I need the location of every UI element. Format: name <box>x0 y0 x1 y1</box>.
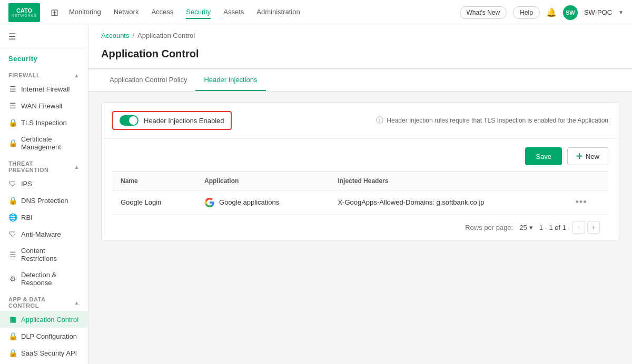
application-control-icon: ▦ <box>8 315 17 323</box>
row-menu-icon[interactable]: ••• <box>576 197 587 207</box>
sidebar-item-certificate-management[interactable]: 🔒 Certificate Management <box>0 131 88 155</box>
main-panel: Header Injections Enabled ⓘ Header Injec… <box>101 102 619 240</box>
saas-icon: 🔒 <box>8 349 17 357</box>
toggle-row: Header Injections Enabled ⓘ Header Injec… <box>102 103 619 139</box>
breadcrumb-accounts[interactable]: Accounts <box>101 32 129 39</box>
sidebar-item-saas-security-api[interactable]: 🔒 SaaS Security API <box>0 345 88 361</box>
nav-security[interactable]: Security <box>186 6 211 19</box>
cell-application: Google applications <box>196 190 329 215</box>
data-table: Name Application Injected Headers Google… <box>112 171 608 215</box>
nav-access[interactable]: Access <box>151 6 173 19</box>
cell-injected-headers: X-GoogApps-Allowed-Domains: g.softbank.c… <box>329 190 567 215</box>
logo: CATO NETWORKS <box>8 3 40 22</box>
chevron-down-icon[interactable]: ▼ <box>618 9 624 15</box>
user-name[interactable]: SW-POC <box>584 8 612 16</box>
hamburger-icon[interactable]: ☰ <box>0 25 88 48</box>
internet-firewall-icon: ☰ <box>8 85 17 93</box>
bell-icon[interactable]: 🔔 <box>546 7 557 17</box>
chevron-firewall[interactable]: ▲ <box>74 73 80 78</box>
sidebar-item-rbi[interactable]: 🌐 RBI <box>0 209 88 226</box>
chevron-app-data[interactable]: ▲ <box>74 300 80 306</box>
dns-icon: 🔒 <box>8 196 17 205</box>
cert-icon: 🔒 <box>8 139 17 147</box>
avatar[interactable]: SW <box>563 5 578 20</box>
new-label: New <box>586 153 599 160</box>
toggle-container: Header Injections Enabled <box>112 111 232 130</box>
table-body: Google Login Google applicat <box>112 190 608 215</box>
sidebar-item-content-restrictions[interactable]: ☰ Content Restrictions <box>0 242 88 267</box>
prev-page-button[interactable]: ‹ <box>572 221 585 234</box>
new-button[interactable]: ✛ New <box>567 147 608 165</box>
section-threat-prevention: THREAT PREVENTION ▲ <box>0 155 88 175</box>
nav-monitoring[interactable]: Monitoring <box>69 6 101 19</box>
chevron-threat[interactable]: ▲ <box>74 164 80 170</box>
page-title: Application Control <box>88 44 632 69</box>
sidebar-item-detection-response[interactable]: ⚙ Detection & Response <box>0 267 88 291</box>
dlp-icon: 🔒 <box>8 332 17 340</box>
content-area: Accounts / Application Control Applicati… <box>88 25 632 364</box>
whats-new-button[interactable]: What's New <box>460 6 507 19</box>
nav-network[interactable]: Network <box>114 6 139 19</box>
application-name: Google applications <box>219 198 279 206</box>
table-row: Google Login Google applicat <box>112 190 608 215</box>
google-icon <box>204 197 215 208</box>
sidebar-item-wan-firewall[interactable]: ☰ WAN Firewall <box>0 97 88 114</box>
section-endpoint: ENDPOINT ▼ <box>0 361 88 364</box>
app-cell: Google applications <box>204 197 321 208</box>
header-injections-toggle[interactable] <box>120 115 139 126</box>
sidebar-main-section: Security <box>0 48 88 67</box>
col-injected-headers: Injected Headers <box>329 172 567 190</box>
page-nav: ‹ › <box>572 221 600 234</box>
col-application: Application <box>196 172 329 190</box>
toggle-info-text: Header Injection rules require that TLS … <box>387 117 608 124</box>
save-button[interactable]: Save <box>525 147 562 165</box>
nav-right: What's New Help 🔔 SW SW-POC ▼ <box>460 5 624 20</box>
table-actions: Save ✛ New <box>112 147 608 165</box>
breadcrumb-separator: / <box>132 32 134 39</box>
sidebar-item-application-control[interactable]: ▦ Application Control <box>0 311 88 328</box>
grid-icon[interactable]: ⊞ <box>51 7 58 18</box>
sidebar-item-dns-protection[interactable]: 🔒 DNS Protection <box>0 192 88 209</box>
section-app-data-control: APP & DATA CONTROL ▲ <box>0 291 88 311</box>
tabs-bar: Application Control Policy Header Inject… <box>88 69 632 92</box>
tab-header-injections[interactable]: Header Injections <box>195 69 265 91</box>
sidebar-item-tls-inspection[interactable]: 🔒 TLS Inspection <box>0 114 88 131</box>
next-page-button[interactable]: › <box>587 221 600 234</box>
main-layout: ☰ Security FIREWALL ▲ ☰ Internet Firewal… <box>0 25 632 364</box>
sidebar-item-internet-firewall[interactable]: ☰ Internet Firewall <box>0 80 88 97</box>
rows-per-page-select[interactable]: 25 ▾ <box>519 224 532 231</box>
ips-icon: 🛡 <box>8 179 17 188</box>
detection-response-icon: ⚙ <box>8 275 17 283</box>
help-button[interactable]: Help <box>513 6 540 19</box>
top-nav: CATO NETWORKS ⊞ Monitoring Network Acces… <box>0 0 632 25</box>
wan-firewall-icon: ☰ <box>8 102 17 110</box>
plus-icon: ✛ <box>576 152 582 160</box>
info-icon: ⓘ <box>376 116 383 125</box>
content-restrictions-icon: ☰ <box>8 250 17 259</box>
rows-per-page-label: Rows per page: <box>465 224 513 231</box>
rows-per-page-value: 25 <box>519 224 527 231</box>
sidebar-item-anti-malware[interactable]: 🛡 Anti-Malware <box>0 226 88 242</box>
sidebar: ☰ Security FIREWALL ▲ ☰ Internet Firewal… <box>0 25 88 364</box>
tab-application-control-policy[interactable]: Application Control Policy <box>101 69 195 91</box>
nav-assets[interactable]: Assets <box>223 6 244 19</box>
tls-icon: 🔒 <box>8 118 17 127</box>
logo-main: CATO <box>12 7 37 14</box>
sidebar-item-ips[interactable]: 🛡 IPS <box>0 175 88 192</box>
rows-dropdown-icon: ▾ <box>529 224 533 231</box>
breadcrumb-current: Application Control <box>137 32 195 39</box>
table-header: Name Application Injected Headers <box>112 172 608 190</box>
toggle-info: ⓘ Header Injection rules require that TL… <box>376 116 608 125</box>
cell-name: Google Login <box>112 190 196 215</box>
pagination: Rows per page: 25 ▾ 1 - 1 of 1 ‹ › <box>112 215 608 240</box>
logo-sub: NETWORKS <box>12 14 37 17</box>
sidebar-item-dlp-configuration[interactable]: 🔒 DLP Configuration <box>0 328 88 345</box>
anti-malware-icon: 🛡 <box>8 230 17 238</box>
breadcrumb: Accounts / Application Control <box>88 25 632 44</box>
col-actions <box>567 172 608 190</box>
col-name: Name <box>112 172 196 190</box>
table-area: Save ✛ New Name Application Injected Hea… <box>102 139 619 240</box>
section-firewall: FIREWALL ▲ <box>0 67 88 80</box>
cell-row-actions[interactable]: ••• <box>567 190 608 215</box>
nav-administration[interactable]: Administration <box>256 6 300 19</box>
